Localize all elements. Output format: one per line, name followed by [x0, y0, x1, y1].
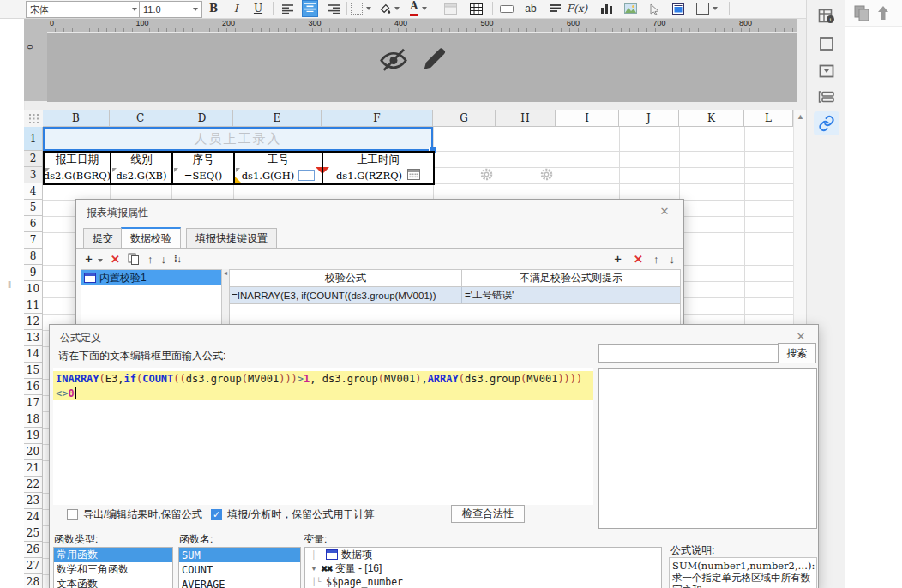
sheet-header-cell[interactable]: 线别 — [110, 151, 171, 169]
widget-settings-button[interactable] — [814, 60, 839, 82]
search-button[interactable]: 搜索 — [778, 343, 816, 363]
row-header[interactable]: 18 — [24, 411, 43, 428]
delete-validation-button[interactable]: ✕ — [111, 253, 120, 266]
rich-text-button[interactable] — [545, 1, 564, 16]
italic-button[interactable]: I — [226, 1, 245, 16]
column-header[interactable]: F — [322, 110, 433, 127]
variable-item-pagenumber[interactable]: │└$$page_number — [305, 575, 661, 588]
editor-widget-box[interactable] — [298, 170, 315, 181]
eye-slash-icon[interactable] — [377, 44, 410, 75]
sheet-header-cell[interactable]: 序号 — [171, 151, 233, 169]
checkbox-checked[interactable]: ✓ — [211, 509, 222, 520]
formula-button[interactable]: F(x) — [568, 1, 586, 16]
tab-submit[interactable]: 提交 — [83, 228, 123, 249]
font-size-select[interactable]: 11.0 — [139, 1, 202, 18]
font-family-select[interactable]: 宋体 — [26, 1, 141, 18]
row-up-button[interactable]: ↑ — [653, 253, 659, 266]
row-header[interactable]: 7 — [24, 232, 43, 249]
tab-shortcut-settings[interactable]: 填报快捷键设置 — [186, 228, 277, 249]
row-header[interactable]: 3 — [24, 167, 43, 183]
row-header[interactable]: 5 — [24, 200, 43, 216]
delete-row-button[interactable]: ✕ — [634, 253, 643, 266]
move-down-button[interactable]: ↓ — [160, 253, 166, 266]
row-header[interactable]: 25 — [24, 525, 43, 542]
row-header[interactable]: 14 — [24, 346, 43, 363]
row-header[interactable]: 24 — [24, 509, 43, 525]
gear-icon[interactable] — [539, 167, 554, 182]
insert-table-button[interactable] — [466, 1, 485, 16]
row-header[interactable]: 20 — [24, 444, 43, 460]
row-header[interactable]: 22 — [24, 477, 43, 493]
align-center-button[interactable] — [300, 1, 319, 16]
row-header[interactable]: 19 — [24, 428, 43, 444]
condition-attributes-button[interactable] — [814, 86, 839, 108]
shape-tool-button[interactable] — [695, 1, 719, 16]
sheet-value-cell[interactable]: ds2.G(BGRQ) — [43, 167, 110, 185]
dialog-splitter[interactable]: ◂ — [222, 269, 229, 326]
func-name-item[interactable]: COUNT — [179, 562, 300, 577]
func-name-item[interactable]: SUM — [179, 548, 300, 562]
tree-expand-icon[interactable]: ▼ — [310, 565, 317, 573]
align-left-button[interactable] — [278, 1, 297, 16]
validation-formula-cell[interactable]: =INARRAY(E3, if(COUNT((ds3.group(MV001)) — [230, 287, 462, 303]
column-header[interactable]: H — [496, 110, 556, 127]
sheet-header-cell[interactable]: 工号 — [233, 151, 322, 169]
add-validation-button[interactable]: ＋ — [83, 251, 103, 267]
formula-editor[interactable]: INARRAY(E3, if(COUNT((ds3.group(MV001)))… — [53, 368, 593, 505]
select-all-corner[interactable] — [24, 110, 44, 128]
date-picker-icon[interactable] — [407, 169, 420, 183]
fill-color-button[interactable] — [377, 1, 401, 16]
variable-item-variables[interactable]: ▼✖✖变量 - [16] — [305, 561, 661, 575]
func-type-item[interactable]: 常用函数 — [54, 548, 172, 562]
insert-chart-button[interactable] — [597, 1, 616, 16]
row-header[interactable]: 28 — [24, 574, 43, 588]
row-header[interactable]: 26 — [24, 542, 43, 558]
row-header[interactable]: 2 — [24, 151, 43, 167]
merge-cell-button[interactable] — [441, 1, 460, 16]
column-header[interactable]: I — [556, 110, 619, 127]
column-header[interactable]: E — [233, 110, 322, 127]
frame-widget-button[interactable] — [669, 1, 688, 16]
row-header[interactable]: 9 — [24, 265, 43, 281]
variable-item-dataitem[interactable]: ├─数据项 — [305, 548, 661, 561]
row-header[interactable]: 1 — [24, 127, 43, 151]
func-type-item[interactable]: 数学和三角函数 — [54, 562, 172, 577]
search-results-list[interactable] — [598, 368, 817, 529]
text-label-button[interactable]: ab — [521, 1, 540, 16]
sort-button[interactable]: ⁞↓ — [174, 254, 182, 264]
cell-title-merged[interactable]: 人员上工录入 — [43, 127, 433, 151]
row-down-button[interactable]: ↓ — [670, 253, 676, 266]
row-header[interactable]: 6 — [24, 216, 43, 232]
column-header[interactable]: D — [171, 110, 233, 127]
sheet-value-cell[interactable]: ds2.G(XB) — [110, 167, 171, 185]
bold-button[interactable]: B — [204, 1, 223, 16]
column-header[interactable]: J — [619, 110, 679, 127]
column-header[interactable]: B — [43, 110, 110, 127]
border-style-button[interactable] — [350, 1, 372, 16]
row-header[interactable]: 17 — [24, 395, 43, 411]
cell-element-button[interactable] — [814, 33, 839, 55]
gear-icon[interactable] — [479, 167, 494, 182]
scroll-up-icon[interactable]: ▲ — [794, 110, 806, 123]
sheet-value-cell[interactable]: ds1.G(RZRQ) — [322, 167, 435, 185]
row-header[interactable]: 10 — [24, 281, 43, 297]
align-right-button[interactable] — [324, 1, 343, 16]
font-color-button[interactable]: A — [406, 1, 430, 16]
sheet-value-cell[interactable]: ds1.G(GH) — [233, 167, 322, 185]
move-up-button[interactable]: ↑ — [147, 253, 153, 266]
sheet-header-cell[interactable]: 报工日期 — [43, 151, 110, 169]
arrow-up-icon[interactable] — [876, 4, 890, 21]
validation-message-cell[interactable]: ='工号错误' — [462, 287, 680, 303]
pencil-icon[interactable] — [419, 42, 448, 75]
close-icon[interactable]: ✕ — [658, 204, 671, 218]
cell-attributes-button[interactable]: i — [814, 5, 839, 27]
hyperlink-button[interactable] — [814, 111, 839, 135]
column-header[interactable]: L — [744, 110, 793, 127]
func-name-item[interactable]: AVERAGE — [179, 577, 300, 588]
row-header[interactable]: 27 — [24, 558, 43, 574]
tab-data-validation[interactable]: 数据校验 — [121, 227, 181, 249]
row-header[interactable]: 21 — [24, 460, 43, 477]
row-header[interactable]: 8 — [24, 249, 43, 265]
check-validity-button[interactable]: 检查合法性 — [451, 505, 525, 523]
insert-image-button[interactable] — [621, 1, 640, 16]
